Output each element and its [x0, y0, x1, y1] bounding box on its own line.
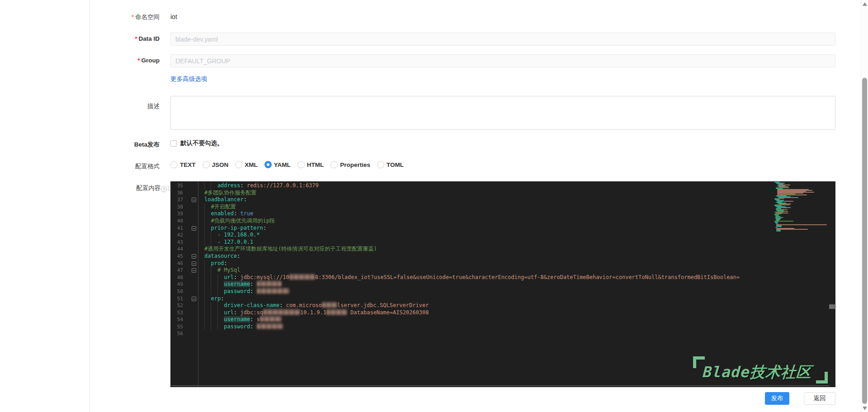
editor-line[interactable]: 49username: — [170, 281, 835, 288]
format-radio-text[interactable]: TEXT — [170, 161, 196, 168]
code-token: # MySql — [217, 267, 241, 273]
radio-circle-icon[interactable] — [377, 161, 384, 168]
beta-checkbox[interactable] — [170, 140, 177, 147]
editor-line[interactable]: 47−# MySql — [170, 267, 835, 274]
indent-guide — [211, 267, 217, 274]
indent-guide — [211, 309, 217, 317]
line-number: 55 — [170, 323, 183, 331]
editor-line[interactable]: 37−loadbalancer: — [170, 196, 835, 204]
back-button[interactable]: 返回 — [804, 392, 835, 405]
editor-line[interactable]: 55password: — [170, 323, 835, 331]
format-radio-json[interactable]: JSON — [203, 161, 229, 168]
line-number: 52 — [170, 302, 183, 309]
code-token: : — [250, 288, 256, 294]
indent-guide — [204, 309, 211, 317]
editor-line[interactable]: 56 — [170, 330, 835, 337]
radio-circle-icon[interactable] — [235, 161, 242, 168]
indent-guide — [204, 288, 211, 295]
editor-line[interactable]: 46−prod: — [170, 260, 835, 267]
line-code: erp: — [204, 295, 835, 303]
scrollbar-thumb[interactable] — [862, 78, 867, 404]
radio-circle-icon[interactable] — [170, 161, 178, 168]
fold-toggle-icon[interactable]: − — [192, 268, 196, 273]
editor-line[interactable]: 44#通用开发生产环境数据库地址(特殊情况可在对应的子工程里配置覆盖) — [170, 246, 835, 253]
format-radio-properties[interactable]: Properties — [330, 161, 370, 168]
nacos-config-edit-page: *命名空间 iot *Data ID *Group 更多高级选项 描述 Beta… — [0, 0, 868, 412]
gutter-separator — [198, 181, 198, 387]
description-textarea[interactable] — [170, 96, 835, 130]
advanced-options-link[interactable]: 更多高级选项 — [170, 75, 207, 83]
group-input[interactable] — [170, 54, 835, 67]
editor-line[interactable]: 51−erp: — [170, 295, 835, 303]
editor-horizontal-scrollbar[interactable] — [171, 385, 830, 386]
radio-circle-icon[interactable] — [297, 161, 305, 168]
redacted-blur — [260, 316, 282, 322]
editor-line[interactable]: 53url: jdbc:sq10.1.9.1 DatabaseName=AIS2… — [170, 309, 835, 317]
editor-line[interactable]: 54username: s — [170, 316, 835, 323]
scrollbar-up-arrow-icon[interactable] — [863, 2, 867, 6]
editor-line[interactable]: 45−datasource: — [170, 253, 835, 260]
code-token: loadbalancer — [204, 196, 244, 203]
radio-label: YAML — [274, 161, 291, 168]
line-number: 41 — [170, 225, 183, 232]
format-radio-xml[interactable]: XML — [235, 161, 258, 168]
indent-guide — [204, 323, 211, 331]
code-token: : — [279, 302, 286, 308]
fold-toggle-icon[interactable]: − — [192, 261, 196, 266]
redacted-blur — [289, 274, 315, 280]
editor-line[interactable]: 40#负载均衡优先调用的ip段 — [170, 218, 835, 225]
namespace-value: iot — [170, 13, 177, 20]
fold-toggle-icon[interactable]: − — [192, 297, 196, 301]
scrollbar-down-arrow-icon[interactable] — [863, 407, 867, 410]
editor-line[interactable]: 42- 192.168.0.* — [170, 232, 835, 239]
editor-vertical-scrollbar-thumb[interactable] — [829, 304, 835, 309]
publish-button[interactable]: 发布 — [765, 392, 789, 405]
fold-toggle-icon[interactable]: − — [192, 254, 196, 259]
minimap-line — [776, 229, 808, 230]
config-content-editor[interactable]: 35address: redis://127.0.0.1:637936#多团队协… — [170, 181, 835, 387]
editor-line[interactable]: 50password: — [170, 288, 835, 295]
editor-minimap[interactable] — [774, 182, 830, 232]
radio-circle-icon[interactable] — [203, 161, 210, 168]
radio-label: Properties — [340, 161, 370, 168]
required-star: * — [137, 57, 140, 64]
line-code: password: — [204, 288, 835, 295]
fold-toggle-icon[interactable]: − — [192, 226, 196, 231]
indent-guide — [204, 281, 211, 288]
line-code: - 127.0.0.1 — [204, 239, 835, 246]
editor-line[interactable]: 48url: jdbc:mysql://108:3306/bladex_iot?… — [170, 274, 835, 281]
code-token: url — [224, 274, 234, 280]
editor-line[interactable]: 35address: redis://127.0.0.1:6379 — [170, 182, 835, 189]
editor-line[interactable]: 36#多团队协作服务配置 — [170, 189, 835, 197]
indent-guide — [204, 218, 211, 225]
editor-line[interactable]: 52driver-class-name: com.microsolserver.… — [170, 302, 835, 309]
data-id-label: *Data ID — [90, 35, 160, 42]
format-radio-html[interactable]: HTML — [297, 161, 324, 168]
line-number: 40 — [170, 218, 183, 225]
fold-toggle-icon[interactable]: − — [192, 198, 196, 202]
editor-line[interactable]: 41−prior-ip-pattern: — [170, 225, 835, 232]
line-number: 39 — [170, 210, 183, 218]
line-code: driver-class-name: com.microsolserver.jd… — [204, 302, 835, 309]
line-number: 35 — [170, 182, 183, 189]
line-code: #多团队协作服务配置 — [204, 189, 835, 197]
editor-line[interactable]: 38#开启配置 — [170, 204, 835, 211]
code-token: : — [221, 295, 224, 302]
data-id-input[interactable] — [170, 33, 835, 46]
code-token: #通用开发生产环境数据库地址(特殊情况可在对应的子工程里配置覆盖) — [204, 246, 377, 252]
editor-line[interactable]: 43- 127.0.0.1 — [170, 239, 835, 246]
editor-line[interactable]: 39enabled: true — [170, 210, 835, 218]
page-scrollbar[interactable] — [861, 0, 868, 412]
code-token: #多团队协作服务配置 — [204, 189, 256, 196]
help-icon[interactable]: ? — [161, 186, 167, 192]
code-token: 8:3306/bladex_iot?useSSL=false&useUnicod… — [315, 274, 740, 280]
indent-guide — [211, 239, 217, 246]
radio-circle-icon[interactable] — [264, 161, 272, 168]
radio-circle-icon[interactable] — [330, 161, 338, 168]
format-radio-toml[interactable]: TOML — [377, 161, 404, 168]
line-number: 49 — [170, 281, 183, 288]
format-radio-yaml[interactable]: YAML — [264, 161, 291, 168]
indent-guide — [217, 288, 224, 295]
code-token: prior-ip-pattern — [211, 225, 263, 231]
line-code: url: jdbc:sq10.1.9.1 DatabaseName=AIS202… — [204, 309, 835, 317]
